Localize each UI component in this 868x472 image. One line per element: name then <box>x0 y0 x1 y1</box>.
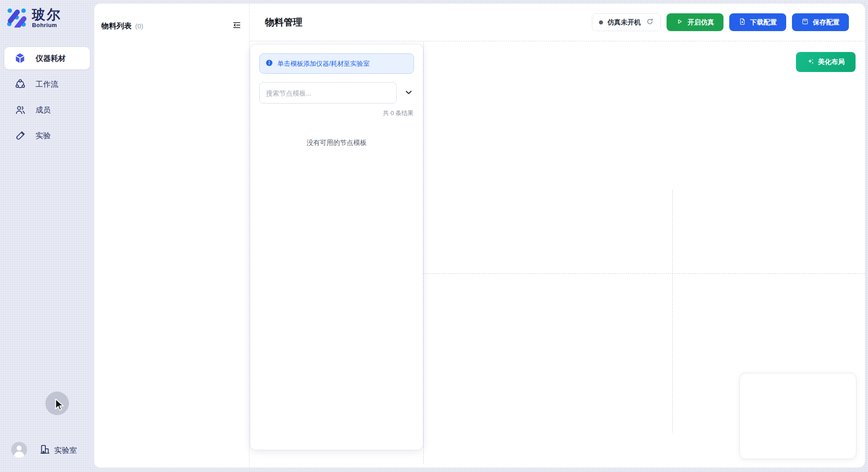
node-template-panel: 单击模板添加仪器/耗材至实验室 共 0 条结果 没有可用的节点模板 <box>250 44 423 450</box>
workflow-icon <box>14 78 26 90</box>
sidebar-item-members[interactable]: 成员 <box>4 99 90 121</box>
main-window: 物料列表 (0) 物料管理 <box>94 4 865 468</box>
download-config-button[interactable]: 下载配置 <box>729 13 786 31</box>
refresh-status-button[interactable] <box>646 18 654 27</box>
simulation-status-chip: 仿真未开机 <box>592 13 661 31</box>
members-icon <box>14 104 26 116</box>
template-search-input[interactable] <box>259 82 397 104</box>
expand-filters-button[interactable] <box>404 88 413 98</box>
refresh-icon <box>646 18 654 27</box>
material-list-panel: 物料列表 (0) <box>94 4 249 468</box>
canvas-guide-horizontal <box>423 273 865 274</box>
template-search-row <box>259 82 414 104</box>
building-icon <box>39 444 51 457</box>
page-title: 物料管理 <box>265 16 302 28</box>
collapse-panel-button[interactable] <box>231 20 242 32</box>
canvas-guide-vertical <box>672 190 673 432</box>
canvas-header: 物料管理 仿真未开机 <box>250 4 865 41</box>
chevron-down-icon <box>404 88 413 98</box>
sidebar-item-label: 仪器耗材 <box>36 53 66 64</box>
bohrium-logo-icon <box>6 6 28 29</box>
canvas-minimap[interactable] <box>739 373 856 459</box>
file-download-icon <box>739 18 746 27</box>
brand-logo[interactable]: 玻尔 Bohrium <box>6 6 61 29</box>
info-banner: 单击模板添加仪器/耗材至实验室 <box>259 53 414 74</box>
sidebar-item-experiments[interactable]: 实验 <box>4 124 90 147</box>
save-config-button[interactable]: 保存配置 <box>792 13 849 31</box>
material-list-header: 物料列表 (0) <box>94 4 249 32</box>
beautify-layout-label: 美化布局 <box>818 58 845 66</box>
play-icon <box>676 18 683 27</box>
search-result-count: 共 0 条结果 <box>259 109 414 117</box>
brand-name-zh: 玻尔 <box>32 7 61 22</box>
material-list-title: 物料列表 <box>101 21 132 31</box>
user-avatar[interactable] <box>11 442 27 458</box>
start-simulation-label: 开启仿真 <box>687 18 714 27</box>
brand-name-en: Bohrium <box>32 22 61 28</box>
sidebar-item-workflow[interactable]: 工作流 <box>4 73 90 95</box>
sidebar-item-instruments[interactable]: 仪器耗材 <box>4 47 90 69</box>
canvas-guide-vertical <box>423 42 424 464</box>
sparkles-icon <box>807 58 815 67</box>
simulation-status-label: 仿真未开机 <box>607 18 641 27</box>
test-tube-icon <box>14 130 26 141</box>
download-config-label: 下载配置 <box>750 18 777 27</box>
app-root: 玻尔 Bohrium 仪器耗材 <box>0 0 868 472</box>
info-banner-text: 单击模板添加仪器/耗材至实验室 <box>277 60 370 68</box>
menu-fold-icon <box>232 20 241 31</box>
mouse-cursor-icon <box>52 397 66 414</box>
status-dot-icon <box>599 20 603 24</box>
info-icon <box>265 59 273 68</box>
empty-template-message: 没有可用的节点模板 <box>259 139 414 147</box>
material-list-count: (0) <box>135 22 143 30</box>
header-actions: 仿真未开机 <box>592 13 849 31</box>
sidebar-item-label: 实验 <box>36 131 51 141</box>
sidebar-item-label: 工作流 <box>36 79 58 89</box>
start-simulation-button[interactable]: 开启仿真 <box>667 13 723 31</box>
sidebar-nav: 仪器耗材 工作流 <box>4 47 90 147</box>
save-config-label: 保存配置 <box>813 18 840 27</box>
sidebar-item-label: 成员 <box>36 105 51 115</box>
lab-switcher[interactable]: 实验室 <box>39 444 77 457</box>
beautify-layout-button[interactable]: 美化布局 <box>796 52 856 72</box>
cube-icon <box>14 52 26 64</box>
lab-label: 实验室 <box>54 445 77 456</box>
save-icon <box>801 18 809 27</box>
